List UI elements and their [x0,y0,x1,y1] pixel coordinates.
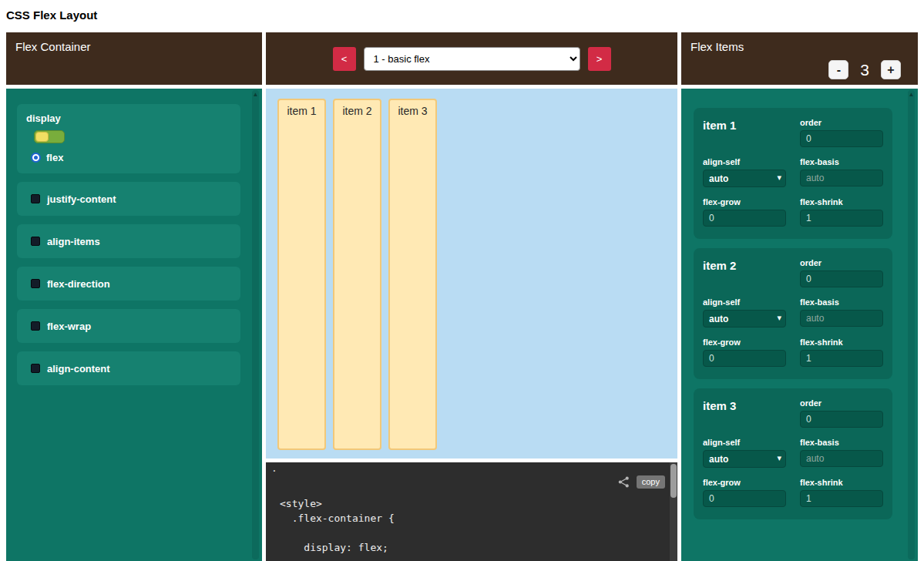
add-item-button[interactable]: + [881,60,901,79]
flex-basis-input[interactable] [800,170,883,186]
preset-toolbar: < 1 - basic flex > [266,32,677,85]
prev-preset-button[interactable]: < [333,47,356,71]
flex-basis-input[interactable] [800,450,883,467]
page-title: CSS Flex Layout [0,0,924,28]
flex-shrink-input[interactable] [800,490,883,507]
flex-grow-label: flex-grow [703,338,786,347]
flex-preview-area: item 1 item 2 item 3 [266,89,677,459]
option-align-content[interactable]: align-content [17,351,240,385]
order-input[interactable] [800,130,883,147]
align-self-select[interactable]: auto [703,310,786,328]
flex-item-1: item 1 [277,99,326,450]
code-block: <style> .flex-container { display: flex; [280,496,665,555]
option-label: align-content [47,363,110,375]
flex-shrink-input[interactable] [800,350,883,367]
flex-item-3: item 3 [388,99,437,450]
flex-grow-label: flex-grow [703,197,786,207]
flex-items-panel: Flex Items - 3 + item 1 order [681,32,918,561]
item-counter: - 3 + [828,60,901,79]
right-scrollbar[interactable]: ▲ [908,90,915,559]
option-flex-direction[interactable]: flex-direction [17,267,240,301]
share-icon[interactable] [618,476,630,488]
item-card-1: item 1 order align-self auto ▾ [694,108,892,239]
align-self-label: align-self [703,438,786,447]
toggle-knob-icon [35,132,49,142]
checkbox-icon[interactable] [31,237,40,246]
radio-selected-icon[interactable] [31,153,41,163]
checkbox-icon[interactable] [31,321,40,331]
align-self-label: align-self [703,297,786,307]
scroll-up-icon[interactable]: ▲ [252,90,259,99]
flex-container-header: Flex Container [6,32,262,85]
option-label: flex-wrap [47,321,91,332]
flex-shrink-label: flex-shrink [800,478,883,487]
flex-basis-label: flex-basis [800,438,883,447]
flex-shrink-input[interactable] [800,210,883,227]
flex-shrink-label: flex-shrink [800,197,883,207]
item-name-cell: item 2 [703,258,786,287]
main-layout: Flex Container display flex justify-cont… [6,32,918,561]
checkbox-icon[interactable] [31,364,40,373]
checkbox-icon[interactable] [31,279,40,288]
flex-items-title: Flex Items [690,40,744,53]
flex-grow-input[interactable] [703,490,786,507]
order-label: order [800,398,883,408]
item-name: item 1 [703,118,786,132]
item-name: item 3 [703,398,786,412]
item-card-2: item 2 order align-self auto ▾ [694,248,892,379]
flex-basis-label: flex-basis [800,297,883,307]
flex-basis-input[interactable] [800,310,883,327]
flex-item-2: item 2 [333,99,381,450]
option-label: flex-direction [47,278,110,290]
flex-grow-input[interactable] [703,350,786,367]
align-self-select[interactable]: auto [703,450,786,468]
option-flex-wrap[interactable]: flex-wrap [17,309,240,343]
item-name-cell: item 3 [703,398,786,428]
item-count: 3 [860,61,869,79]
code-dot: . [271,462,277,474]
code-scrollbar-thumb[interactable] [670,464,677,498]
order-label: order [800,118,883,127]
option-label: align-items [47,236,100,247]
code-scrollbar[interactable] [670,462,677,561]
preset-select[interactable]: 1 - basic flex [364,47,580,71]
copy-button[interactable]: copy [637,475,665,489]
remove-item-button[interactable]: - [828,60,848,79]
option-label: justify-content [47,193,116,205]
scroll-up-icon[interactable]: ▲ [908,90,915,99]
flex-items-body: item 1 order align-self auto ▾ [681,89,918,561]
option-justify-content[interactable]: justify-content [17,182,240,216]
order-label: order [800,258,883,267]
code-actions: copy [618,475,665,489]
flex-items-header: Flex Items - 3 + [681,32,918,85]
flex-shrink-label: flex-shrink [800,338,883,347]
flex-container-body: display flex justify-content align-items [6,89,262,561]
item-card-3: item 3 order align-self auto ▾ [694,388,892,519]
flex-grow-input[interactable] [703,210,786,227]
flex-grow-label: flex-grow [703,478,786,487]
preview-panel: < 1 - basic flex > item 1 item 2 item 3 … [266,32,677,561]
display-flex-radio-row[interactable]: flex [31,152,231,163]
order-input[interactable] [800,270,883,287]
display-option-card: display flex [17,104,240,173]
code-line [280,526,665,540]
flex-basis-label: flex-basis [800,157,883,166]
flex-container-panel: Flex Container display flex justify-cont… [6,32,262,561]
display-label: display [26,113,231,124]
item-name-cell: item 1 [703,118,786,147]
code-panel: . copy <style> .flex-container { display [266,462,677,561]
display-toggle[interactable] [34,130,65,143]
code-line: display: flex; [280,540,665,555]
radio-flex-label: flex [46,152,63,163]
code-line: .flex-container { [280,511,665,526]
item-name: item 2 [703,258,786,272]
next-preset-button[interactable]: > [588,47,611,71]
align-self-select[interactable]: auto [703,170,786,187]
order-input[interactable] [800,411,883,428]
code-line: <style> [280,496,665,511]
flex-container-title: Flex Container [15,40,91,53]
option-align-items[interactable]: align-items [17,224,240,258]
checkbox-icon[interactable] [31,194,40,203]
left-scrollbar[interactable]: ▲ [252,90,259,559]
align-self-label: align-self [703,157,786,166]
